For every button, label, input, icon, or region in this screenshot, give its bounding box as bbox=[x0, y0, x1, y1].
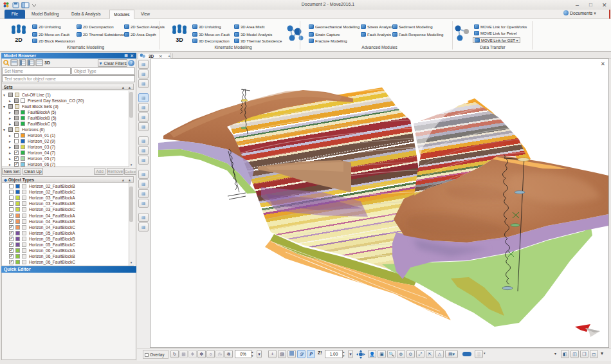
svg-text:+: + bbox=[168, 54, 170, 59]
svg-text:3D: 3D bbox=[44, 60, 50, 65]
svg-text:3D: 3D bbox=[176, 37, 183, 43]
svg-text:2D: 2D bbox=[15, 37, 23, 43]
svg-text:✕: ✕ bbox=[159, 54, 162, 59]
svg-text:3D: 3D bbox=[149, 54, 154, 59]
